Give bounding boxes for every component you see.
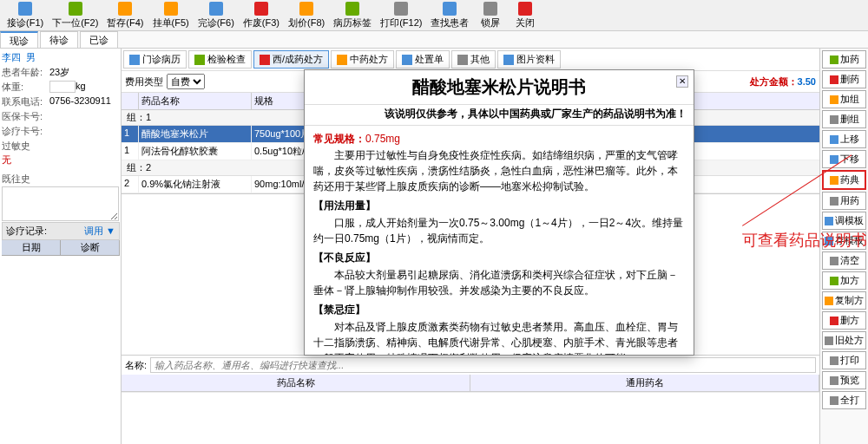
popup-body: 常见规格：0.75mg 主要用于过敏性与自身免疫性炎症性疾病。如结缔组织病，严重… xyxy=(305,126,694,355)
action-旧处方[interactable]: 旧处方 xyxy=(822,331,866,349)
subtab-门诊病历[interactable]: 门诊病历 xyxy=(123,50,187,69)
action-加组[interactable]: 加组 xyxy=(822,90,866,108)
subtab-西/成药处方[interactable]: 西/成药处方 xyxy=(253,50,329,69)
weight-input[interactable] xyxy=(49,81,76,93)
action-加药[interactable]: 加药 xyxy=(822,50,866,69)
toolbar-划价(F8)[interactable]: 划价(F8) xyxy=(285,1,328,30)
record-sub-tabs: 门诊病历检验检查西/成药处方中药处方处置单其他图片资料 xyxy=(122,49,819,71)
toolbar-锁屏[interactable]: 锁屏 xyxy=(474,1,507,30)
toolbar-下一位(F2)[interactable]: 下一位(F2) xyxy=(49,1,102,30)
action-打印[interactable]: 打印 xyxy=(822,351,866,369)
fee-type-select[interactable]: 自费 xyxy=(167,74,205,89)
diag-call-button[interactable]: 调用 ▼ xyxy=(84,225,115,238)
subtab-中药处方[interactable]: 中药处方 xyxy=(331,50,394,69)
subtab-检验检查[interactable]: 检验检查 xyxy=(188,50,252,69)
toolbar-接诊(F1)[interactable]: 接诊(F1) xyxy=(3,1,47,30)
toolbar-挂单(F5)[interactable]: 挂单(F5) xyxy=(149,1,193,30)
main-toolbar: 接诊(F1)下一位(F2)暂存(F4)挂单(F5)完诊(F6)作废(F3)划价(… xyxy=(0,0,868,31)
subtab-图片资料[interactable]: 图片资料 xyxy=(497,50,561,69)
action-调模板[interactable]: 调模板 xyxy=(822,212,866,230)
action-上移[interactable]: 上移 xyxy=(822,130,866,148)
popup-title: 醋酸地塞米松片说明书 xyxy=(305,70,694,105)
toolbar-查找患者[interactable]: 查找患者 xyxy=(427,1,472,30)
tab-现诊[interactable]: 现诊 xyxy=(0,31,38,48)
top-tabs: 现诊待诊已诊 xyxy=(0,31,868,49)
patient-gender: 男 xyxy=(26,51,36,64)
drug-search-input[interactable] xyxy=(150,357,816,373)
action-清空[interactable]: 清空 xyxy=(822,251,866,270)
action-全打[interactable]: 全打 xyxy=(822,391,866,409)
history-textarea[interactable] xyxy=(2,186,119,221)
toolbar-暂存(F4)[interactable]: 暂存(F4) xyxy=(103,1,147,30)
toolbar-病历标签[interactable]: 病历标签 xyxy=(330,1,375,30)
toolbar-关闭[interactable]: 关闭 xyxy=(509,1,542,30)
action-删方[interactable]: 删方 xyxy=(822,311,866,330)
tab-待诊[interactable]: 待诊 xyxy=(40,31,78,48)
action-下移[interactable]: 下移 xyxy=(822,150,866,168)
action-加方[interactable]: 加方 xyxy=(822,271,866,290)
action-用药[interactable]: 用药 xyxy=(822,192,866,210)
patient-panel: 李四 男 患者年龄:23岁 体重:kg 联系电话:0756-3230911 医保… xyxy=(0,49,122,444)
toolbar-作废(F3)[interactable]: 作废(F3) xyxy=(240,1,283,30)
subtab-处置单[interactable]: 处置单 xyxy=(396,50,450,69)
toolbar-完诊(F6)[interactable]: 完诊(F6) xyxy=(194,1,238,30)
drug-manual-popup: ✕ 醋酸地塞米松片说明书 该说明仅供参考，具体以中国药典或厂家生产的药品说明书为… xyxy=(304,69,694,356)
subtab-其他[interactable]: 其他 xyxy=(451,50,496,69)
action-panel: 加药删药加组删组上移下移药典用药调模板存模板清空加方复制方删方旧处方打印预览全打 xyxy=(819,49,868,444)
action-预览[interactable]: 预览 xyxy=(822,371,866,389)
action-药典[interactable]: 药典 xyxy=(822,170,866,190)
popup-close-button[interactable]: ✕ xyxy=(676,75,688,88)
action-删组[interactable]: 删组 xyxy=(822,110,866,128)
action-复制方[interactable]: 复制方 xyxy=(822,291,866,310)
toolbar-打印(F12)[interactable]: 打印(F12) xyxy=(377,1,425,30)
patient-name: 李四 xyxy=(2,51,21,64)
tab-已诊[interactable]: 已诊 xyxy=(80,31,118,48)
action-存模板[interactable]: 存模板 xyxy=(822,232,866,250)
diag-record-head: 诊疗记录: 调用 ▼ xyxy=(2,222,120,240)
action-删药[interactable]: 删药 xyxy=(822,70,866,88)
diag-record-body xyxy=(2,256,120,412)
